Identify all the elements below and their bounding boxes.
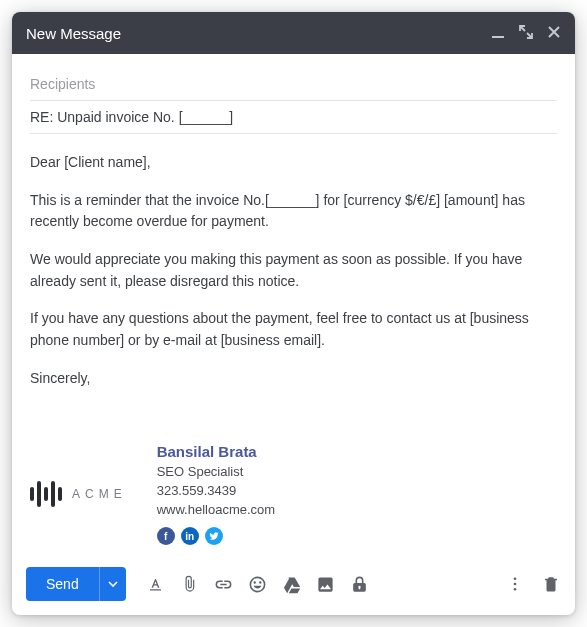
body-paragraph: Sincerely, — [30, 368, 557, 390]
svg-point-1 — [514, 577, 517, 580]
send-options-button[interactable] — [99, 567, 126, 601]
header-fields: Recipients RE: Unpaid invoice No. [_____… — [12, 54, 575, 134]
minimize-icon[interactable] — [491, 25, 505, 42]
send-button[interactable]: Send — [26, 567, 99, 601]
signature-text: Bansilal Brata SEO Specialist 323.559.34… — [157, 443, 276, 545]
facebook-icon[interactable]: f — [157, 527, 175, 545]
compose-window: New Message Recipients RE: Unpaid invoic… — [12, 12, 575, 615]
emoji-icon[interactable] — [248, 574, 268, 594]
text-format-icon[interactable] — [146, 574, 166, 594]
window-title: New Message — [26, 25, 491, 42]
maximize-icon[interactable] — [519, 25, 533, 42]
chevron-down-icon — [108, 579, 118, 589]
recipients-field[interactable]: Recipients — [30, 68, 557, 101]
titlebar: New Message — [12, 12, 575, 54]
logo-mark-icon — [30, 477, 62, 511]
link-icon[interactable] — [214, 574, 234, 594]
send-button-group: Send — [26, 567, 126, 601]
twitter-icon[interactable] — [205, 527, 223, 545]
more-options-icon[interactable] — [505, 574, 525, 594]
sender-phone: 323.559.3439 — [157, 482, 276, 501]
svg-rect-0 — [492, 36, 504, 38]
svg-point-2 — [514, 583, 517, 586]
sender-name: Bansilal Brata — [157, 443, 276, 460]
image-icon[interactable] — [316, 574, 336, 594]
body-paragraph: Dear [Client name], — [30, 152, 557, 174]
body-paragraph: If you have any questions about the paym… — [30, 308, 557, 351]
compose-toolbar: Send — [12, 555, 575, 615]
subject-field[interactable]: RE: Unpaid invoice No. [______] — [30, 101, 557, 134]
attach-icon[interactable] — [180, 574, 200, 594]
brand-name: ACME — [72, 487, 127, 501]
linkedin-icon[interactable]: in — [181, 527, 199, 545]
confidential-icon[interactable] — [350, 574, 370, 594]
body-paragraph: This is a reminder that the invoice No.[… — [30, 190, 557, 233]
format-icons — [146, 574, 370, 594]
discard-icon[interactable] — [541, 574, 561, 594]
toolbar-right — [505, 574, 561, 594]
message-body[interactable]: Dear [Client name], This is a reminder t… — [12, 134, 575, 435]
body-paragraph: We would appreciate you making this paym… — [30, 249, 557, 292]
svg-point-3 — [514, 588, 517, 591]
sender-website: www.helloacme.com — [157, 501, 276, 520]
sender-role: SEO Specialist — [157, 463, 276, 482]
signature-block: ACME Bansilal Brata SEO Specialist 323.5… — [12, 435, 575, 555]
drive-icon[interactable] — [282, 574, 302, 594]
company-logo: ACME — [30, 477, 127, 511]
window-controls — [491, 25, 561, 42]
social-links: f in — [157, 527, 276, 545]
close-icon[interactable] — [547, 25, 561, 42]
